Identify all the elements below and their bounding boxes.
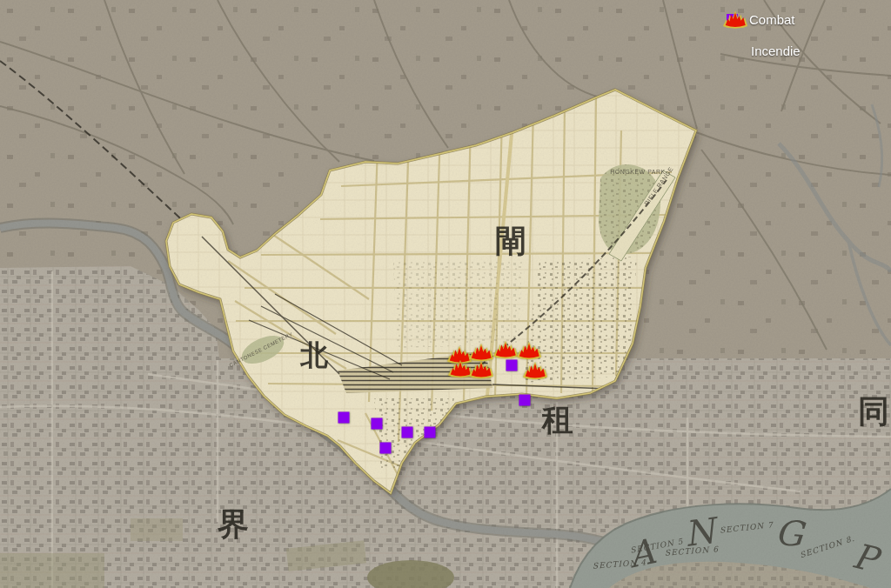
combat-marker[interactable] [402,427,413,438]
map-canvas[interactable]: Combat Incendie 閘北租界同ANGPSECTION 4SECTIO… [0,0,891,588]
combat-marker[interactable] [425,427,436,438]
combat-marker[interactable] [338,412,350,424]
incendie-legend-label: Incendie [751,43,801,58]
incendie-marker[interactable] [522,360,548,380]
incendie-marker[interactable] [516,340,542,360]
combat-legend-label: Combat [749,12,795,27]
legend-item-incendie[interactable]: Incendie [722,40,801,61]
map-background [0,0,891,588]
combat-marker[interactable] [519,395,531,406]
incendie-marker[interactable] [468,359,494,379]
combat-marker[interactable] [506,360,518,371]
fire-icon [722,41,748,61]
incendie-marker[interactable] [492,339,519,359]
combat-marker[interactable] [380,443,392,454]
combat-marker[interactable] [372,418,383,430]
legend: Combat Incendie [722,9,801,71]
